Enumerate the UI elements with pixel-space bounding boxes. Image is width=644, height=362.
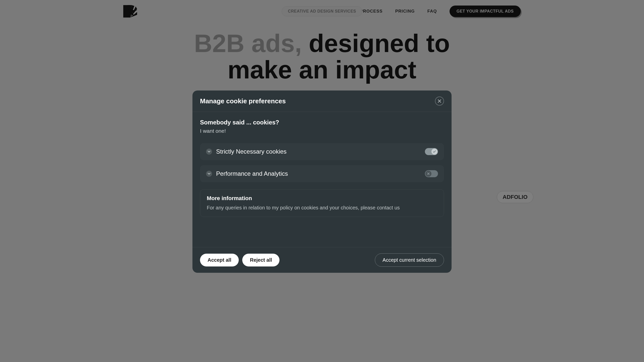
info-title: More information — [207, 195, 437, 202]
chevron-down-icon[interactable] — [206, 149, 212, 155]
close-button[interactable] — [435, 97, 444, 106]
x-icon — [427, 172, 430, 175]
cookie-modal: Manage cookie preferences Somebody said … — [192, 90, 452, 273]
close-icon — [438, 99, 441, 103]
cookie-perf-row[interactable]: Performance and Analytics — [200, 165, 444, 182]
accept-selection-button[interactable]: Accept current selection — [375, 253, 444, 267]
info-text: For any queries in relation to my policy… — [207, 204, 437, 211]
reject-all-button[interactable]: Reject all — [242, 254, 279, 266]
info-box: More information For any queries in rela… — [200, 189, 444, 217]
check-icon — [433, 150, 436, 153]
accept-all-button[interactable]: Accept all — [200, 254, 239, 266]
cookie-strict-label: Strictly Necessary cookies — [216, 148, 287, 155]
chevron-down-icon[interactable] — [206, 171, 212, 177]
modal-overlay: Manage cookie preferences Somebody said … — [0, 0, 644, 362]
modal-subheading: I want one! — [200, 128, 444, 134]
modal-title: Manage cookie preferences — [200, 97, 286, 105]
modal-heading: Somebody said ... cookies? — [200, 119, 444, 126]
cookie-strict-row[interactable]: Strictly Necessary cookies — [200, 143, 444, 160]
cookie-strict-toggle — [425, 148, 438, 155]
cookie-perf-toggle[interactable] — [425, 170, 438, 177]
cookie-perf-label: Performance and Analytics — [216, 170, 288, 177]
